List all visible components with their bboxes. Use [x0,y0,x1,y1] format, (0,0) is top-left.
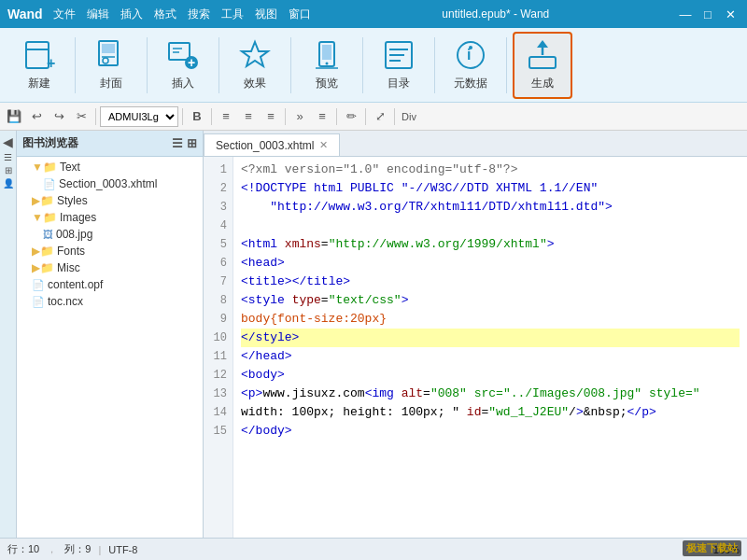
redo-button[interactable]: ↪ [49,106,69,127]
folder-open-icon: ▼📁 [32,161,57,174]
list-view-button[interactable]: ☰ [172,136,183,150]
toolbar-btn-generate[interactable]: 生成 [513,32,572,99]
code-line: </body> [241,422,740,441]
toolbar-sep-new [75,37,76,93]
svg-rect-0 [26,42,49,68]
sidebar-toggle[interactable]: ◀ ☰ ⊞ 👤 [0,131,17,538]
menu-item-视图[interactable]: 视图 [250,5,282,24]
tree-item[interactable]: 📄 content.opf [17,276,203,293]
toolbar-icon-insert: + [166,38,200,72]
toolbar-separator-4 [285,108,286,125]
indent-button[interactable]: ≡ [312,106,332,127]
tree-item[interactable]: ▼📁 Text [17,159,203,175]
save-button[interactable]: 💾 [4,106,24,127]
toolbar-btn-preview[interactable]: 预览 [297,32,357,99]
code-line: <head> [241,254,740,273]
main-toolbar: + 新建 封面 + 插入 效果 预览 目录 i 元数据 [0,28,747,103]
window-controls[interactable]: — □ ✕ [676,5,740,23]
toolbar-label-new: 新建 [28,76,50,91]
undo-button[interactable]: ↩ [26,106,47,127]
svg-point-14 [326,63,329,65]
align-center-button[interactable]: ≡ [238,106,259,127]
toolbar-sep-insert [218,37,219,93]
minimize-button[interactable]: — [676,5,695,23]
collapse-icon[interactable]: ◀ [3,134,13,149]
toolbar-sep-toc [434,37,435,93]
tree-item-label: Text [60,161,80,174]
toolbar-btn-new[interactable]: + 新建 [9,32,69,99]
row-indicator: 行：10 [7,542,39,556]
html-file-icon: 📄 [43,178,56,190]
expand-button[interactable]: ⤢ [370,106,390,127]
menu-item-插入[interactable]: 插入 [116,5,148,24]
line-number: 12 [204,366,233,385]
tree-item-label: Styles [57,194,88,207]
menu-item-编辑[interactable]: 编辑 [82,5,114,24]
tree-item[interactable]: 📄 Section_0003.xhtml [17,175,203,192]
nav-icon-1[interactable]: ☰ [4,152,12,162]
toolbar-btn-insert[interactable]: + 插入 [153,32,213,99]
folder-closed-icon: ▶📁 [32,261,54,274]
maximize-button[interactable]: □ [698,5,717,23]
svg-rect-23 [529,57,556,68]
file-browser: 图书浏览器 ☰ ⊞ ▼📁 Text📄 Section_0003.xhtml▶📁 … [17,131,204,538]
svg-text:+: + [47,55,55,71]
toolbar-separator-2 [182,108,183,125]
menu-item-格式[interactable]: 格式 [149,5,181,24]
toolbar-label-meta: 元数据 [454,76,487,91]
align-left-button[interactable]: ≡ [216,106,236,127]
menu-item-搜索[interactable]: 搜索 [183,5,215,24]
color-button[interactable]: ✏ [341,106,361,127]
app-logo: Wand [7,7,43,21]
status-separator-2: | [98,544,101,555]
menu-bar[interactable]: 文件编辑插入格式搜索工具视图窗口 [49,5,316,24]
tree-item[interactable]: ▶📁 Fonts [17,243,203,259]
code-content[interactable]: <?xml version="1.0" encoding="utf-8"?><!… [233,157,747,538]
file-browser-title: 图书浏览器 [22,135,78,151]
nav-icon-2[interactable]: ⊞ [5,165,12,175]
code-line: <html xmlns="http://www.w3.org/1999/xhtm… [241,235,740,254]
nav-icon-3[interactable]: 👤 [3,178,14,189]
file-browser-header: 图书浏览器 ☰ ⊞ [17,131,203,157]
tree-item-label: toc.ncx [48,295,83,308]
tab-close-button[interactable]: ✕ [319,139,328,151]
toolbar-label-toc: 目录 [388,76,410,91]
tree-item-label: Misc [57,261,80,274]
line-numbers: 123456789101112131415 [204,157,233,538]
menu-item-工具[interactable]: 工具 [217,5,248,24]
file-browser-actions[interactable]: ☰ ⊞ [172,136,197,150]
editor-tab-section[interactable]: Section_0003.xhtml ✕ [204,133,340,156]
tree-item[interactable]: 🖼 008.jpg [17,226,203,243]
menu-item-窗口[interactable]: 窗口 [284,5,316,24]
toolbar-separator-7 [394,108,395,125]
align-right-button[interactable]: ≡ [261,106,281,127]
code-line: width: 100px; height: 100px; " id="wd_1_… [241,403,740,422]
tree-item[interactable]: ▼📁 Images [17,209,203,226]
line-number: 4 [204,217,233,235]
line-number: 7 [204,273,233,291]
toolbar-btn-toc[interactable]: 目录 [369,32,429,99]
toolbar-separator-1 [95,108,96,125]
toolbar-sep-preview [362,37,363,93]
cut-button[interactable]: ✂ [71,106,92,127]
code-editor[interactable]: 123456789101112131415 <?xml version="1.0… [204,157,747,538]
tree-item[interactable]: 📄 toc.ncx [17,293,203,310]
toolbar-btn-effect[interactable]: 效果 [225,32,285,99]
font-family-select[interactable]: ADMUI3Lg [100,106,178,127]
svg-text:+: + [188,55,195,70]
toolbar-btn-meta[interactable]: i 元数据 [441,32,500,99]
menu-item-文件[interactable]: 文件 [49,5,80,24]
toolbar-icon-generate [526,38,559,72]
bold-button[interactable]: B [187,106,207,127]
close-button[interactable]: ✕ [721,5,740,23]
toolbar-icon-new: + [22,38,56,72]
toolbar-label-generate: 生成 [531,76,554,91]
toolbar-separator-3 [211,108,212,125]
grid-view-button[interactable]: ⊞ [187,136,197,150]
toolbar-separator-6 [365,108,366,125]
more-format-button[interactable]: » [289,106,310,127]
toolbar-icon-toc [382,38,416,72]
tree-item[interactable]: ▶📁 Misc [17,259,203,276]
toolbar-btn-cover[interactable]: 封面 [81,32,141,99]
tree-item[interactable]: ▶📁 Styles [17,192,203,209]
